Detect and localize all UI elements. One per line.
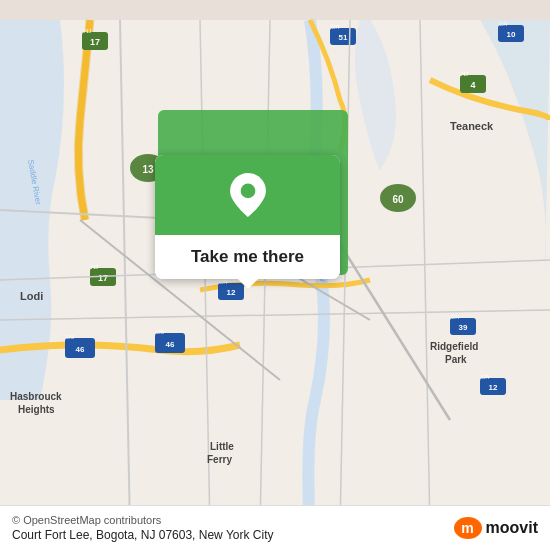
svg-text:46: 46 [76, 345, 85, 354]
svg-text:US: US [66, 334, 74, 340]
card-pointer [238, 279, 258, 289]
svg-text:4: 4 [470, 80, 475, 90]
svg-text:10: 10 [507, 30, 516, 39]
svg-text:39: 39 [459, 323, 468, 332]
svg-text:Teaneck: Teaneck [450, 120, 494, 132]
svg-text:17: 17 [98, 273, 108, 283]
svg-text:CR: CR [481, 374, 490, 380]
svg-text:NJ: NJ [91, 264, 98, 270]
svg-text:51: 51 [339, 33, 348, 42]
svg-text:CR: CR [451, 314, 460, 320]
svg-text:12: 12 [227, 288, 236, 297]
svg-text:Hasbrouck: Hasbrouck [10, 391, 62, 402]
svg-point-57 [240, 184, 255, 199]
svg-text:Heights: Heights [18, 404, 55, 415]
svg-text:CR: CR [331, 24, 340, 30]
bottom-info-bar: © OpenStreetMap contributors Court Fort … [0, 505, 550, 550]
card-content[interactable]: Take me there [155, 235, 340, 279]
svg-text:Park: Park [445, 354, 467, 365]
map-container: 17 NJ 46 US 46 US 17 NJ 12 CR 51 CR 4 NJ… [0, 0, 550, 550]
navigation-card[interactable]: Take me there [155, 155, 340, 279]
svg-text:NJ: NJ [84, 28, 91, 34]
svg-text:60: 60 [392, 194, 404, 205]
svg-text:Little: Little [210, 441, 234, 452]
moovit-icon: m [454, 517, 482, 539]
svg-text:US: US [156, 329, 164, 335]
attribution-text: © OpenStreetMap contributors [12, 514, 273, 526]
svg-text:12: 12 [489, 383, 498, 392]
svg-text:CR: CR [499, 21, 508, 27]
moovit-logo: m moovit [454, 517, 538, 539]
address-text: Court Fort Lee, Bogota, NJ 07603, New Yo… [12, 528, 273, 542]
svg-text:NJ: NJ [461, 71, 468, 77]
svg-text:Lodi: Lodi [20, 290, 43, 302]
moovit-label: moovit [486, 519, 538, 537]
take-me-there-button[interactable]: Take me there [165, 247, 330, 267]
svg-text:17: 17 [90, 37, 100, 47]
svg-text:Ferry: Ferry [207, 454, 232, 465]
card-header [155, 155, 340, 235]
svg-text:Ridgefield: Ridgefield [430, 341, 478, 352]
svg-text:13: 13 [142, 164, 154, 175]
svg-text:46: 46 [166, 340, 175, 349]
svg-text:CR: CR [219, 279, 228, 285]
location-pin-icon [226, 173, 270, 217]
